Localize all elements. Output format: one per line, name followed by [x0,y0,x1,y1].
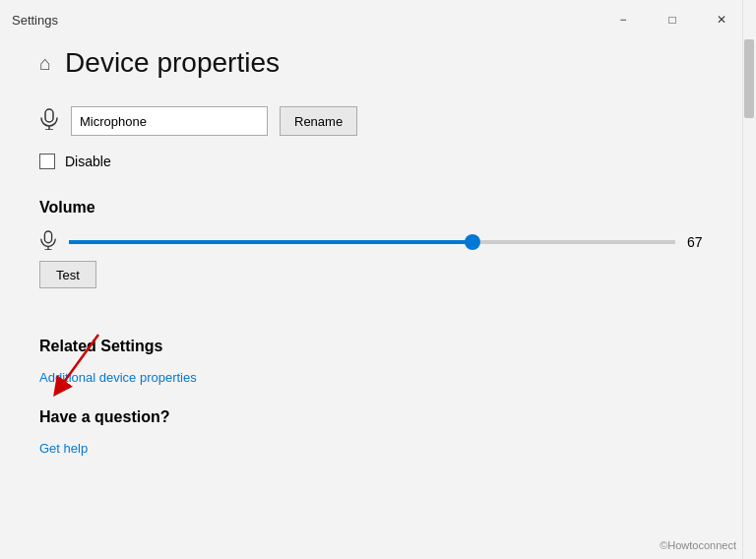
volume-slider[interactable] [69,240,675,244]
volume-mic-icon [39,230,57,253]
close-button[interactable]: ✕ [699,4,744,35]
titlebar: Settings − □ ✕ [0,0,756,39]
scrollbar-thumb[interactable] [744,39,754,118]
question-section: Have a question? Get help [39,408,717,456]
device-name-row: Rename [39,106,717,136]
page-title: Device properties [65,47,280,79]
scrollbar[interactable] [742,0,756,559]
watermark: ©Howtoconnect [660,539,736,551]
volume-section: Volume 67 Test [39,199,717,288]
rename-button[interactable]: Rename [280,106,357,136]
page-header: ⌂ Device properties [39,39,717,79]
minimize-button[interactable]: − [600,4,646,35]
test-button[interactable]: Test [39,261,96,288]
microphone-icon [39,108,59,135]
svg-rect-3 [44,231,51,243]
volume-value: 67 [687,234,717,250]
get-help-link[interactable]: Get help [39,441,88,456]
related-settings-title: Related Settings [39,338,717,355]
titlebar-left: Settings [12,13,58,28]
titlebar-controls: − □ ✕ [600,4,744,35]
volume-row: 67 [39,230,717,253]
titlebar-title: Settings [12,13,58,28]
disable-checkbox[interactable] [39,154,55,169]
volume-section-title: Volume [39,199,717,217]
maximize-button[interactable]: □ [650,4,695,35]
disable-row: Disable [39,154,717,169]
question-title: Have a question? [39,408,717,426]
disable-label: Disable [65,154,111,169]
related-settings-section: Related Settings Additional device prope… [39,338,717,385]
home-icon: ⌂ [39,52,51,75]
svg-rect-0 [45,109,53,122]
device-name-input[interactable] [71,106,268,136]
additional-device-properties-link[interactable]: Additional device properties [39,370,197,385]
main-content: ⌂ Device properties Rename Disable Volum… [0,39,756,475]
